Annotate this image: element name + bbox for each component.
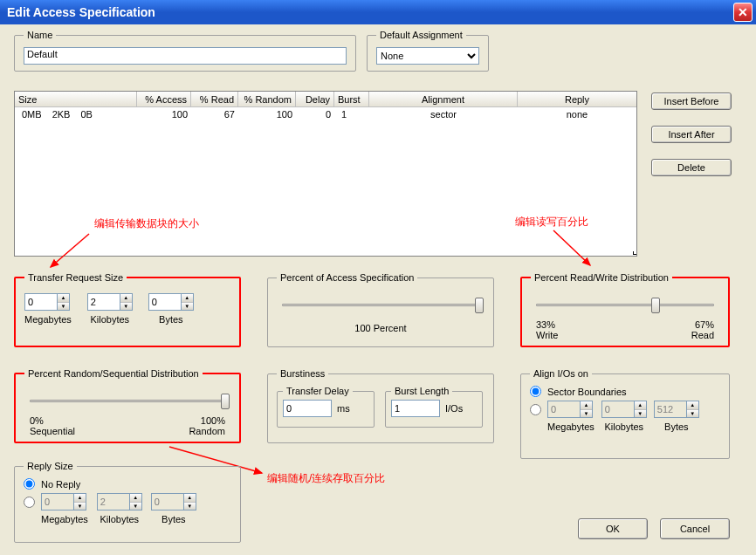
- delete-button[interactable]: Delete: [651, 159, 732, 176]
- name-input[interactable]: [24, 47, 347, 65]
- th-burst[interactable]: Burst: [334, 92, 369, 106]
- insert-before-button[interactable]: Insert Before: [651, 92, 732, 110]
- align-b-spinner[interactable]: ▲▼: [654, 401, 699, 418]
- annotation-size: 编辑传输数据块的大小: [94, 216, 199, 231]
- cancel-button[interactable]: Cancel: [660, 518, 730, 539]
- close-icon[interactable]: ✕: [733, 3, 753, 22]
- name-group: Name Default: [14, 30, 356, 72]
- th-delay[interactable]: Delay: [296, 92, 334, 106]
- th-size[interactable]: Size: [15, 92, 137, 106]
- align-sector-radio[interactable]: [530, 386, 541, 397]
- burstiness-legend: Burstiness: [277, 368, 328, 379]
- pct-access-group: Percent of Access Specification 100 Perc…: [267, 272, 494, 347]
- th-read[interactable]: % Read: [191, 92, 238, 106]
- randseq-legend: Percent Random/Sequential Distribution: [24, 368, 203, 379]
- table-row[interactable]: 0MB 2KB 0B 100 67 100 0 1 sector none: [15, 107, 636, 121]
- readwrite-slider[interactable]: [536, 295, 714, 314]
- insert-after-button[interactable]: Insert After: [651, 126, 732, 143]
- transfer-b-spinner[interactable]: ▲▼: [148, 293, 194, 311]
- titlebar: Edit Access Specification ✕: [0, 0, 756, 24]
- th-random[interactable]: % Random: [238, 92, 296, 106]
- th-reply[interactable]: Reply: [518, 92, 636, 106]
- th-alignment[interactable]: Alignment: [369, 92, 518, 106]
- pct-access-slider[interactable]: [282, 295, 479, 314]
- transfer-mb-spinner[interactable]: ▲▼: [24, 293, 70, 311]
- transfer-kb-spinner[interactable]: ▲▼: [87, 293, 133, 311]
- readwrite-group: Percent Read/Write Distribution 33% Writ…: [520, 272, 730, 347]
- readwrite-legend: Percent Read/Write Distribution: [531, 272, 672, 283]
- align-group: Align I/Os on Sector Boundaries ▲▼ Megab…: [520, 368, 730, 459]
- burst-length-input[interactable]: [391, 400, 440, 417]
- reply-size-radio[interactable]: [24, 497, 35, 508]
- align-kb-spinner[interactable]: ▲▼: [601, 401, 647, 418]
- assignment-legend: Default Assignment: [376, 30, 466, 40]
- align-legend: Align I/Os on: [530, 368, 592, 379]
- annotation-rw: 编辑读写百分比: [515, 215, 588, 230]
- randseq-group: Percent Random/Sequential Distribution 0…: [14, 368, 241, 443]
- reply-b-spinner[interactable]: ▲▼: [151, 493, 196, 510]
- assignment-group: Default Assignment None: [367, 30, 489, 72]
- annotation-rand: 编辑随机/连续存取百分比: [267, 471, 385, 486]
- noreply-radio[interactable]: [24, 478, 35, 490]
- window-title: Edit Access Specification: [7, 5, 733, 19]
- reply-kb-spinner[interactable]: ▲▼: [97, 493, 142, 510]
- name-legend: Name: [24, 30, 56, 40]
- th-access[interactable]: % Access: [137, 92, 191, 106]
- reply-legend: Reply Size: [24, 461, 77, 471]
- table-header: Size % Access % Read % Random Delay Burs…: [15, 92, 636, 107]
- ok-button[interactable]: OK: [578, 518, 648, 539]
- spec-table[interactable]: Size % Access % Read % Random Delay Burs…: [14, 91, 637, 257]
- pct-access-legend: Percent of Access Specification: [277, 272, 417, 283]
- list-corner-icon: [633, 251, 636, 255]
- burstiness-group: Burstiness Transfer Delay ms Burst Lengt…: [267, 368, 494, 443]
- assignment-select[interactable]: None: [376, 47, 479, 65]
- align-bytes-radio[interactable]: [530, 404, 541, 415]
- transfer-delay-input[interactable]: [283, 400, 332, 417]
- pct-access-value: 100 Percent: [277, 323, 485, 333]
- transfer-size-group: Transfer Request Size ▲▼ Megabytes ▲▼ Ki…: [14, 272, 241, 347]
- reply-group: Reply Size No Reply ▲▼ Megabytes ▲▼ Kilo…: [14, 461, 241, 543]
- reply-mb-spinner[interactable]: ▲▼: [41, 493, 86, 510]
- align-mb-spinner[interactable]: ▲▼: [547, 401, 593, 418]
- randseq-slider[interactable]: [30, 391, 225, 410]
- transfer-size-legend: Transfer Request Size: [24, 272, 127, 283]
